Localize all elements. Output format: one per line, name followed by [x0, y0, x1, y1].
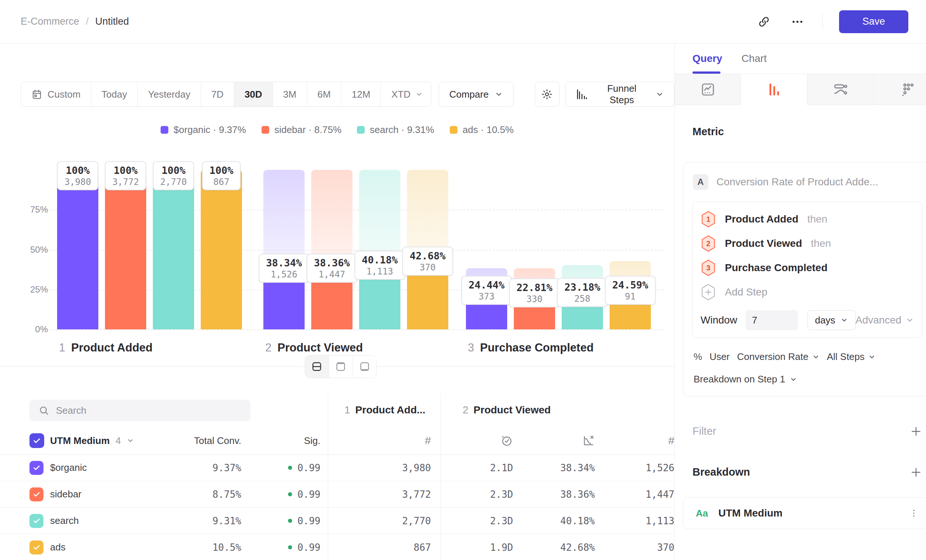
row-checkbox[interactable]	[29, 514, 44, 528]
conversion-metric-icon[interactable]	[583, 434, 595, 447]
tab-insights[interactable]	[675, 74, 741, 105]
legend-item-search[interactable]: search · 9.31%	[357, 124, 434, 136]
measure-steps-select[interactable]: All Steps	[827, 351, 876, 363]
bar-count-value: 258	[564, 293, 601, 304]
funnel-bar-search-step1[interactable]	[153, 170, 194, 329]
date-range-30d[interactable]: 30D	[234, 82, 273, 106]
search-input[interactable]	[56, 405, 242, 416]
date-range-today[interactable]: Today	[91, 82, 138, 106]
window-value-input[interactable]	[746, 310, 798, 330]
layout-toggle-chart-only-view[interactable]	[329, 356, 353, 378]
step-number: 3	[468, 341, 474, 354]
sig-header[interactable]: Sig.	[304, 435, 321, 446]
tab-chart[interactable]: Chart	[741, 53, 767, 65]
tab-flows[interactable]	[874, 74, 926, 105]
step1-count: 3,980	[402, 462, 431, 474]
breakdown-item[interactable]: Aa UTM Medium	[683, 497, 926, 529]
advanced-toggle[interactable]: Advanced	[856, 314, 914, 326]
svg-text:2: 2	[706, 239, 710, 248]
row-name-cell: $organic	[29, 461, 162, 475]
sig-value: 0.99	[288, 542, 321, 553]
metric-card: A Conversion Rate of Product Adde... 1Pr…	[683, 162, 926, 397]
date-range-label: Today	[102, 89, 127, 100]
date-range-3m[interactable]: 3M	[273, 82, 307, 106]
count-metric-icon[interactable]: #	[425, 434, 431, 447]
bar-count-value: 3,772	[112, 177, 139, 187]
window-unit-select[interactable]: days	[807, 310, 856, 330]
chart-type-button[interactable]: Funnel Steps	[565, 82, 675, 107]
query-step-3[interactable]: 3Purchase Completed	[701, 256, 914, 280]
date-range-12m[interactable]: 12M	[342, 82, 381, 106]
tab-retention[interactable]	[807, 74, 874, 105]
legend-item-ads[interactable]: ads · 10.5%	[450, 124, 514, 136]
bar-count-value: 91	[612, 291, 648, 301]
funnel-bar-sidebar-step1[interactable]	[105, 170, 146, 329]
funnel-bar-ads-step1[interactable]	[201, 170, 242, 329]
tab-query[interactable]: Query	[693, 53, 722, 65]
breadcrumb-parent[interactable]: E-Commerce	[21, 16, 79, 27]
chevron-down-icon[interactable]	[127, 437, 134, 444]
table-row-sidebar: sidebar8.75%0.993,7722.3D38.36%1,447	[0, 481, 675, 508]
step1-count: 3,772	[402, 489, 431, 500]
row-checkbox[interactable]	[29, 540, 44, 554]
query-panel: Query Chart	[675, 44, 926, 560]
bar-value-label: 24.44%373	[461, 276, 512, 305]
group-column-label[interactable]: UTM Medium	[50, 435, 110, 446]
breakdown-on-select[interactable]: Breakdown on Step 1	[692, 374, 922, 385]
date-range-7d[interactable]: 7D	[201, 82, 234, 106]
chart-gridline	[44, 329, 664, 330]
plus-icon	[910, 466, 922, 478]
add-filter-button[interactable]	[910, 425, 922, 437]
save-button[interactable]: Save	[839, 10, 908, 33]
layout-toggle-split-view[interactable]	[305, 356, 329, 378]
row-checkbox[interactable]	[29, 487, 44, 501]
table-step1-header: 1 Product Add...	[344, 404, 425, 416]
bar-value-label: 100%3,772	[105, 161, 146, 191]
step2-conv: 40.18%	[560, 515, 595, 527]
query-step-2[interactable]: 2Product Viewedthen	[701, 232, 914, 256]
legend-label: $organic · 9.37%	[174, 124, 246, 136]
compare-label: Compare	[449, 89, 489, 100]
total-conv-header[interactable]: Total Conv.	[194, 435, 241, 446]
svg-text:3: 3	[706, 264, 710, 272]
select-all-checkbox[interactable]	[29, 433, 44, 448]
step1-count: 2,770	[402, 515, 431, 527]
gear-icon	[541, 88, 553, 100]
query-step-1[interactable]: 1Product Addedthen	[701, 207, 914, 232]
page-title[interactable]: Untitled	[95, 16, 129, 27]
y-axis-tick: 25%	[22, 285, 48, 295]
row-checkbox[interactable]	[29, 461, 44, 475]
step2-count: 1,526	[646, 462, 675, 474]
date-range-custom[interactable]: Custom	[21, 82, 91, 106]
add-breakdown-button[interactable]	[910, 466, 922, 478]
query-step-label: Product Viewed	[725, 238, 802, 250]
date-range-label: 7D	[212, 89, 224, 100]
date-range-6m[interactable]: 6M	[307, 82, 342, 106]
avg-time: 2.1D	[490, 462, 513, 474]
legend-swatch	[262, 126, 269, 134]
measure-type-select[interactable]: Conversion Rate	[737, 351, 820, 363]
measure-row: % User Conversion Rate All Steps	[692, 351, 922, 363]
report-toolbar: CustomTodayYesterday7D30D3M6M12MXTD Comp…	[21, 82, 675, 107]
legend-item-organic[interactable]: $organic · 9.37%	[160, 124, 246, 136]
date-range-yesterday[interactable]: Yesterday	[138, 82, 201, 106]
count-metric-icon[interactable]: #	[668, 434, 675, 447]
share-link-button[interactable]	[755, 13, 772, 30]
more-options-button[interactable]	[788, 13, 806, 30]
step2-conv: 38.34%	[560, 462, 595, 474]
metric-title-row[interactable]: A Conversion Rate of Product Adde...	[692, 172, 922, 192]
legend-item-sidebar[interactable]: sidebar · 8.75%	[262, 124, 342, 136]
avg-time-metric-icon[interactable]	[501, 434, 513, 447]
add-step-button[interactable]: Add Step	[701, 280, 914, 304]
metric-title: Conversion Rate of Product Adde...	[716, 176, 878, 188]
bar-pct-value: 42.68%	[410, 250, 446, 262]
chart-settings-button[interactable]	[535, 82, 560, 107]
app-header: E-Commerce / Untitled Save	[0, 0, 926, 44]
funnel-bar-organic-step1[interactable]	[57, 170, 98, 329]
date-range-xtd[interactable]: XTD	[381, 82, 431, 106]
measure-user[interactable]: User	[710, 351, 730, 363]
layout-toggle-table-only-view[interactable]	[353, 356, 377, 378]
compare-button[interactable]: Compare	[439, 82, 513, 107]
breakdown-options-button[interactable]	[906, 506, 921, 521]
tab-funnels[interactable]	[741, 74, 807, 105]
